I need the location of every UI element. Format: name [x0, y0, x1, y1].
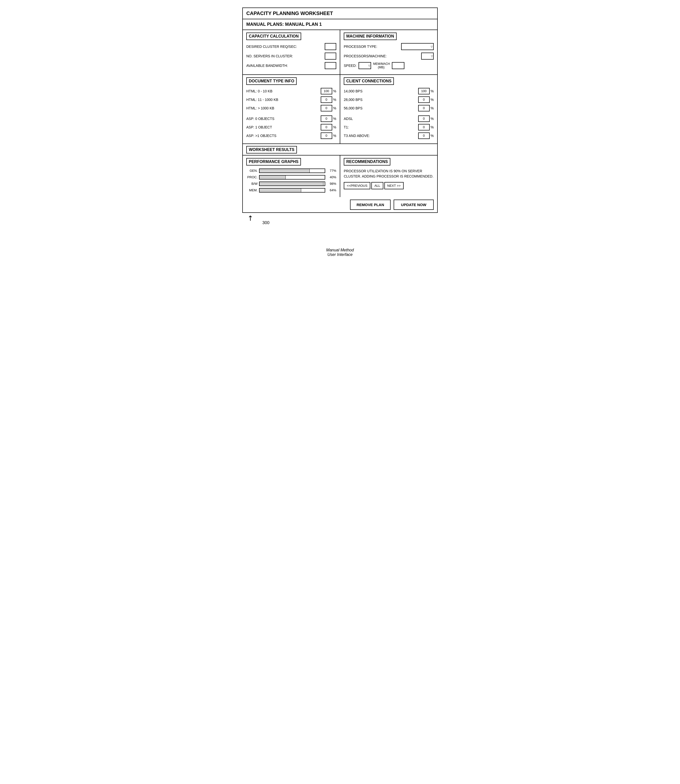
doc-input-1[interactable] — [321, 96, 332, 103]
client-pct-4: % — [431, 125, 434, 129]
processor-type-select[interactable] — [401, 43, 434, 50]
doc-label-0: HTML: 0 - 10 KB — [246, 89, 321, 93]
processors-machine-select[interactable] — [421, 53, 434, 60]
client-label-2: 56,000 BPS — [344, 106, 418, 110]
doc-row-2: HTML: > 1000 KB % — [246, 105, 336, 112]
speed-label: SPEED: — [344, 64, 357, 68]
client-input-4[interactable] — [418, 124, 430, 130]
speed-row: SPEED: MEM/MACH(MB): — [344, 62, 434, 69]
doc-label-3: ASP: 0 OBJECTS — [246, 117, 321, 121]
doc-pct-0: % — [333, 89, 336, 93]
processors-machine-label: PROCESSORS/MACHINE: — [344, 54, 421, 58]
processor-type-label: PROCESSOR TYPE: — [344, 45, 401, 49]
caption-line1: Manual Method — [326, 248, 354, 252]
doc-input-2[interactable] — [321, 105, 332, 112]
doc-input-5[interactable] — [321, 132, 332, 139]
graph-label-bw: B/W — [246, 182, 258, 185]
client-label-3: ADSL — [344, 117, 418, 121]
performance-graphs: PERFORMANCE GRAPHS GEN. 77% PROC. 40% — [243, 156, 340, 197]
client-row-0: 14,000 BPS % — [344, 88, 434, 94]
graph-pct-gen: 77% — [327, 169, 336, 173]
doc-row-3: ASP: 0 OBJECTS % — [246, 115, 336, 122]
available-bandwidth-label: AVAILABLE BANDWIDTH: — [246, 64, 325, 68]
doc-pct-1: % — [333, 97, 336, 102]
graph-row-gen: GEN. 77% — [246, 168, 336, 173]
recommendations: RECOMMENDATIONS PROCESSOR UTILIZATION IS… — [340, 156, 437, 197]
update-now-button[interactable]: UPDATE NOW — [394, 200, 434, 210]
client-label-0: 14,000 BPS — [344, 89, 418, 93]
diagram-label-300: 300 — [262, 220, 269, 225]
client-input-5[interactable] — [418, 132, 430, 139]
client-input-2[interactable] — [418, 105, 430, 112]
graph-bar-fill-bw — [260, 182, 323, 185]
graph-bar-container-proc — [259, 175, 325, 179]
graph-label-gen: GEN. — [246, 169, 258, 173]
all-button[interactable]: ALL — [371, 182, 383, 189]
graph-label-proc: PROC. — [246, 175, 258, 179]
graph-bar-fill-proc — [260, 176, 286, 179]
doc-row-1: HTML: 11 - 1000 KB % — [246, 96, 336, 103]
client-connections-title: CLIENT CONNECTIONS — [344, 77, 394, 85]
client-row-1: 28,000 BPS % — [344, 96, 434, 103]
no-servers-input[interactable] — [325, 53, 336, 60]
doc-input-4[interactable] — [321, 124, 332, 130]
doc-pct-4: % — [333, 125, 336, 129]
graph-row-proc: PROC. 40% — [246, 175, 336, 179]
doc-label-4: ASP: 1 OBJECT — [246, 125, 321, 129]
capacity-calc-title: CAPACITY CALCULATION — [246, 33, 301, 40]
graph-bar-container-gen — [259, 168, 325, 173]
recommendations-text: PROCESSOR UTILIZATION IS 90% ON SERVER C… — [344, 168, 434, 179]
graph-bar-fill-gen — [260, 169, 310, 173]
doc-label-5: ASP: >1 OBJECTS — [246, 134, 321, 138]
client-label-5: T3 AND ABOVE: — [344, 134, 418, 138]
doc-pct-5: % — [333, 134, 336, 138]
desired-cluster-input[interactable] — [325, 43, 336, 50]
graph-label-mem: MEM. — [246, 188, 258, 192]
mem-mach-input[interactable] — [392, 62, 405, 69]
plan-bar: MANUAL PLANS: MANUAL PLAN 1 — [243, 19, 437, 30]
arrow-icon: ↗ — [245, 213, 255, 223]
no-servers-row: NO. SERVERS IN CLUSTER: — [246, 53, 336, 60]
previous-button[interactable]: <<PREVIOUS — [344, 182, 370, 189]
client-input-1[interactable] — [418, 96, 430, 103]
client-row-4: T1: % — [344, 124, 434, 130]
nav-buttons: <<PREVIOUS ALL NEXT >> — [344, 182, 434, 189]
doc-label-2: HTML: > 1000 KB — [246, 106, 321, 110]
doc-label-1: HTML: 11 - 1000 KB — [246, 97, 321, 102]
app-title: CAPACITY PLANNING WORKSHEET — [246, 11, 333, 16]
action-row: REMOVE PLAN UPDATE NOW — [243, 197, 437, 212]
processors-machine-row: PROCESSORS/MACHINE: — [344, 53, 434, 60]
graph-bar-fill-mem — [260, 189, 301, 192]
doc-row-5: ASP: >1 OBJECTS % — [246, 132, 336, 139]
plan-label: MANUAL PLANS: MANUAL PLAN 1 — [246, 22, 322, 27]
top-section: CAPACITY CALCULATION DESIRED CLUSTER REQ… — [243, 30, 437, 75]
available-bandwidth-input[interactable] — [325, 62, 336, 69]
client-label-1: 28,000 BPS — [344, 97, 418, 102]
graph-bar-container-mem — [259, 188, 325, 193]
remove-plan-button[interactable]: REMOVE PLAN — [350, 200, 390, 210]
speed-select[interactable] — [359, 62, 371, 69]
client-input-3[interactable] — [418, 115, 430, 122]
machine-information: MACHINE INFORMATION PROCESSOR TYPE: PROC… — [340, 30, 437, 74]
next-button[interactable]: NEXT >> — [384, 182, 404, 189]
client-input-0[interactable] — [418, 88, 430, 94]
doc-type-title: DOCUMENT TYPE INFO — [246, 77, 297, 85]
client-pct-2: % — [431, 106, 434, 110]
caption: Manual Method User Interface — [326, 248, 354, 257]
bottom-section: PERFORMANCE GRAPHS GEN. 77% PROC. 40% — [243, 156, 437, 197]
client-pct-0: % — [431, 89, 434, 93]
processor-type-row: PROCESSOR TYPE: — [344, 43, 434, 50]
title-bar: CAPACITY PLANNING WORKSHEET — [243, 8, 437, 19]
doc-input-0[interactable] — [321, 88, 332, 94]
doc-pct-3: % — [333, 117, 336, 121]
client-pct-1: % — [431, 97, 434, 102]
doc-pct-2: % — [333, 106, 336, 110]
graph-pct-bw: 98% — [327, 182, 336, 185]
doc-input-3[interactable] — [321, 115, 332, 122]
client-label-4: T1: — [344, 125, 418, 129]
graph-pct-mem: 64% — [327, 188, 336, 192]
client-row-5: T3 AND ABOVE: % — [344, 132, 434, 139]
desired-cluster-row: DESIRED CLUSTER REQ/SEC: — [246, 43, 336, 50]
recommendations-title: RECOMMENDATIONS — [344, 158, 390, 165]
available-bandwidth-row: AVAILABLE BANDWIDTH: — [246, 62, 336, 69]
